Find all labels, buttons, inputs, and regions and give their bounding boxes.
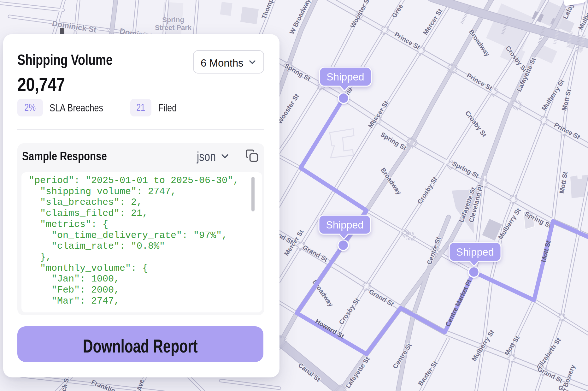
svg-text:Street Park: Street Park bbox=[155, 24, 192, 32]
svg-text:Shipped: Shipped bbox=[326, 219, 363, 231]
svg-text:Shipped: Shipped bbox=[456, 246, 494, 258]
svg-text:Shipped: Shipped bbox=[326, 71, 364, 83]
svg-text:Spring: Spring bbox=[162, 16, 184, 24]
